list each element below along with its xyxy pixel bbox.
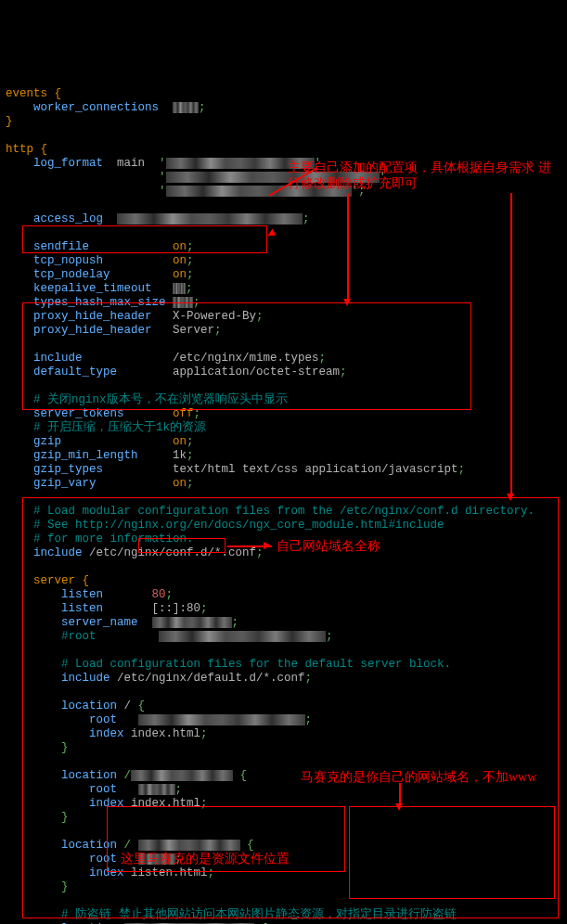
index: index (89, 727, 124, 740)
comment-load1: # Load modular configuration files from … (33, 505, 535, 518)
comment-default: # Load configuration files for the defau… (61, 658, 451, 671)
server-name: server_name (61, 616, 138, 629)
events-close: } (6, 115, 13, 128)
include-confd: include (33, 546, 83, 559)
server-tokens: server_tokens (33, 407, 124, 420)
location-2: location (61, 769, 117, 782)
comment-load3: # for more information. (33, 533, 194, 545)
gzip: gzip (33, 435, 61, 448)
proxy-hide-2: proxy_hide_header (33, 324, 152, 337)
comment-gzip: # 开启压缩，压缩大于1k的资源 (33, 421, 206, 434)
sendfile: sendfile (33, 240, 89, 253)
nginx-config: events { worker_connections ; } http { l… (6, 73, 561, 924)
http-block: http { (6, 143, 47, 156)
root-dir: root (89, 713, 117, 726)
annotation-3: 马赛克的是你自己的网站域名，不加www (301, 769, 536, 785)
server-block: server { (33, 574, 89, 587)
gzip-min: gzip_min_length (33, 449, 138, 462)
gzip-types: gzip_types (33, 463, 103, 476)
default-type: default_type (33, 366, 117, 379)
arrow-3 (510, 193, 512, 495)
annotation-1: 主要自己添加的配置项，具体根据自身需求 进行修改删除或扩充即可 (288, 160, 557, 191)
tcp-nopush: tcp_nopush (33, 254, 103, 267)
arrow-2 (347, 193, 349, 301)
include-default: include (61, 672, 110, 685)
comment-hotlink: # 防盗链 禁止其他网站访问本网站图片静态资源，对指定目录进行防盗链 (61, 908, 457, 921)
comment-load2: # See http://nginx.org/en/docs/ngx_core_… (33, 519, 445, 532)
types-hash: types_hash_max_size (33, 296, 166, 309)
worker-conn-key: worker_connections (33, 101, 159, 114)
events-block: events { (6, 87, 61, 100)
listen-80: listen (61, 588, 103, 601)
root-comment: #root (61, 630, 97, 643)
annotation-4: 这里马赛克的是资源文件位置 (121, 851, 290, 866)
access-log: access_log (33, 212, 103, 225)
log-format: log_format (33, 157, 103, 170)
comment-tokens: # 关闭nginx版本号，不在浏览器响应头中显示 (33, 393, 288, 406)
keepalive: keepalive_timeout (33, 282, 152, 295)
proxy-hide-1: proxy_hide_header (33, 310, 152, 323)
include-mime: include (33, 352, 83, 365)
location-root: location (61, 699, 117, 712)
tcp-nodelay: tcp_nodelay (33, 268, 110, 281)
annotation-2: 自己网站域名全称 (277, 538, 380, 554)
listen-ipv6: listen (61, 602, 103, 615)
gzip-vary: gzip_vary (33, 477, 97, 490)
location-3: location (61, 839, 117, 852)
